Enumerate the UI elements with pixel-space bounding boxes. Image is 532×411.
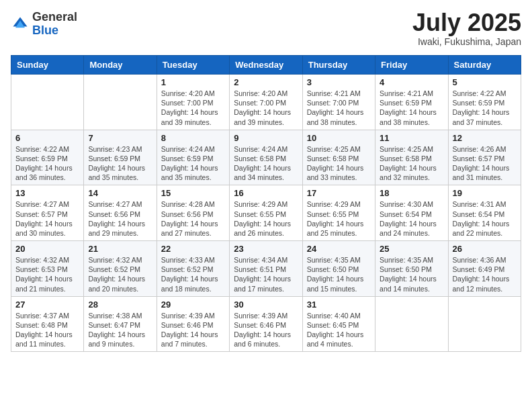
cell-info: Sunrise: 4:25 AMSunset: 6:58 PMDaylight:…: [380, 144, 443, 183]
cell-info: Sunrise: 4:23 AMSunset: 6:59 PMDaylight:…: [88, 144, 152, 183]
calendar-cell: 29Sunrise: 4:39 AMSunset: 6:46 PMDayligh…: [157, 296, 229, 352]
calendar-cell: 12Sunrise: 4:26 AMSunset: 6:57 PMDayligh…: [448, 130, 521, 185]
day-number: 8: [161, 133, 225, 143]
month-title: July 2025: [412, 11, 521, 35]
calendar-cell: [375, 296, 448, 352]
page-header: General Blue July 2025 Iwaki, Fukushima,…: [11, 11, 521, 47]
day-number: 28: [88, 300, 152, 310]
cell-info: Sunrise: 4:22 AMSunset: 6:59 PMDaylight:…: [453, 89, 517, 127]
calendar-cell: 20Sunrise: 4:32 AMSunset: 6:53 PMDayligh…: [11, 241, 84, 297]
day-number: 6: [15, 133, 79, 143]
day-number: 13: [15, 188, 79, 198]
calendar-cell: 21Sunrise: 4:32 AMSunset: 6:52 PMDayligh…: [84, 241, 157, 297]
day-number: 21: [88, 244, 152, 254]
day-number: 19: [453, 188, 517, 198]
calendar-week-4: 20Sunrise: 4:32 AMSunset: 6:53 PMDayligh…: [11, 241, 521, 297]
day-number: 23: [234, 244, 298, 254]
day-number: 12: [453, 133, 517, 143]
calendar-cell: 11Sunrise: 4:25 AMSunset: 6:58 PMDayligh…: [375, 130, 448, 185]
cell-info: Sunrise: 4:26 AMSunset: 6:57 PMDaylight:…: [453, 144, 517, 183]
cell-info: Sunrise: 4:20 AMSunset: 7:00 PMDaylight:…: [161, 89, 225, 127]
calendar-cell: 23Sunrise: 4:34 AMSunset: 6:51 PMDayligh…: [230, 241, 302, 297]
calendar-cell: 9Sunrise: 4:24 AMSunset: 6:58 PMDaylight…: [230, 130, 302, 185]
day-number: 18: [380, 188, 443, 198]
weekday-header-saturday: Saturday: [448, 56, 521, 75]
weekday-header-wednesday: Wednesday: [230, 56, 302, 75]
cell-info: Sunrise: 4:22 AMSunset: 6:59 PMDaylight:…: [15, 144, 79, 183]
calendar-cell: 17Sunrise: 4:29 AMSunset: 6:55 PMDayligh…: [302, 185, 375, 241]
cell-info: Sunrise: 4:24 AMSunset: 6:58 PMDaylight:…: [234, 144, 298, 183]
calendar-cell: 22Sunrise: 4:33 AMSunset: 6:52 PMDayligh…: [157, 241, 229, 297]
calendar-week-2: 6Sunrise: 4:22 AMSunset: 6:59 PMDaylight…: [11, 130, 521, 185]
day-number: 17: [307, 188, 371, 198]
calendar-cell: 25Sunrise: 4:35 AMSunset: 6:50 PMDayligh…: [375, 241, 448, 297]
calendar-cell: 8Sunrise: 4:24 AMSunset: 6:59 PMDaylight…: [157, 130, 229, 185]
calendar-cell: 24Sunrise: 4:35 AMSunset: 6:50 PMDayligh…: [302, 241, 375, 297]
calendar-cell: 6Sunrise: 4:22 AMSunset: 6:59 PMDaylight…: [11, 130, 84, 185]
calendar-cell: 19Sunrise: 4:31 AMSunset: 6:54 PMDayligh…: [448, 185, 521, 241]
calendar-cell: 3Sunrise: 4:21 AMSunset: 7:00 PMDaylight…: [302, 75, 375, 130]
weekday-header-friday: Friday: [375, 56, 448, 75]
cell-info: Sunrise: 4:21 AMSunset: 7:00 PMDaylight:…: [307, 89, 371, 127]
calendar-cell: 10Sunrise: 4:25 AMSunset: 6:58 PMDayligh…: [302, 130, 375, 185]
cell-info: Sunrise: 4:25 AMSunset: 6:58 PMDaylight:…: [307, 144, 371, 183]
calendar-cell: 14Sunrise: 4:27 AMSunset: 6:56 PMDayligh…: [84, 185, 157, 241]
cell-info: Sunrise: 4:30 AMSunset: 6:54 PMDaylight:…: [380, 199, 443, 238]
calendar-cell: 28Sunrise: 4:38 AMSunset: 6:47 PMDayligh…: [84, 296, 157, 352]
day-number: 3: [307, 77, 371, 87]
day-number: 25: [380, 244, 443, 254]
day-number: 15: [161, 188, 225, 198]
title-area: July 2025 Iwaki, Fukushima, Japan: [412, 11, 521, 47]
day-number: 27: [15, 300, 79, 310]
day-number: 5: [453, 77, 517, 87]
day-number: 14: [88, 188, 152, 198]
day-number: 4: [380, 77, 443, 87]
cell-info: Sunrise: 4:24 AMSunset: 6:59 PMDaylight:…: [161, 144, 225, 183]
day-number: 29: [161, 300, 225, 310]
calendar-cell: 7Sunrise: 4:23 AMSunset: 6:59 PMDaylight…: [84, 130, 157, 185]
calendar-cell: 18Sunrise: 4:30 AMSunset: 6:54 PMDayligh…: [375, 185, 448, 241]
day-number: 31: [307, 300, 371, 310]
calendar-cell: [448, 296, 521, 352]
day-number: 16: [234, 188, 298, 198]
day-number: 20: [15, 244, 79, 254]
cell-info: Sunrise: 4:32 AMSunset: 6:53 PMDaylight:…: [15, 255, 79, 293]
calendar-week-1: 1Sunrise: 4:20 AMSunset: 7:00 PMDaylight…: [11, 75, 521, 130]
calendar-cell: 31Sunrise: 4:40 AMSunset: 6:45 PMDayligh…: [302, 296, 375, 352]
calendar-cell: 30Sunrise: 4:39 AMSunset: 6:46 PMDayligh…: [230, 296, 302, 352]
calendar-cell: 5Sunrise: 4:22 AMSunset: 6:59 PMDaylight…: [448, 75, 521, 130]
logo-text: General Blue: [32, 11, 77, 38]
cell-info: Sunrise: 4:36 AMSunset: 6:49 PMDaylight:…: [453, 255, 517, 293]
cell-info: Sunrise: 4:35 AMSunset: 6:50 PMDaylight:…: [380, 255, 443, 293]
cell-info: Sunrise: 4:29 AMSunset: 6:55 PMDaylight:…: [234, 199, 298, 238]
weekday-header-monday: Monday: [84, 56, 157, 75]
cell-info: Sunrise: 4:39 AMSunset: 6:46 PMDaylight:…: [234, 311, 298, 349]
weekday-header-sunday: Sunday: [11, 56, 84, 75]
cell-info: Sunrise: 4:27 AMSunset: 6:56 PMDaylight:…: [88, 199, 152, 238]
cell-info: Sunrise: 4:37 AMSunset: 6:48 PMDaylight:…: [15, 311, 79, 349]
generalblue-logo-icon: [11, 15, 30, 34]
calendar-week-5: 27Sunrise: 4:37 AMSunset: 6:48 PMDayligh…: [11, 296, 521, 352]
cell-info: Sunrise: 4:28 AMSunset: 6:56 PMDaylight:…: [161, 199, 225, 238]
weekday-header-row: SundayMondayTuesdayWednesdayThursdayFrid…: [11, 56, 521, 75]
weekday-header-tuesday: Tuesday: [157, 56, 229, 75]
cell-info: Sunrise: 4:34 AMSunset: 6:51 PMDaylight:…: [234, 255, 298, 293]
calendar-cell: [11, 75, 84, 130]
cell-info: Sunrise: 4:40 AMSunset: 6:45 PMDaylight:…: [307, 311, 371, 349]
day-number: 10: [307, 133, 371, 143]
cell-info: Sunrise: 4:35 AMSunset: 6:50 PMDaylight:…: [307, 255, 371, 293]
day-number: 11: [380, 133, 443, 143]
day-number: 30: [234, 300, 298, 310]
logo-general: General: [32, 11, 77, 24]
cell-info: Sunrise: 4:29 AMSunset: 6:55 PMDaylight:…: [307, 199, 371, 238]
calendar-cell: 27Sunrise: 4:37 AMSunset: 6:48 PMDayligh…: [11, 296, 84, 352]
cell-info: Sunrise: 4:27 AMSunset: 6:57 PMDaylight:…: [15, 199, 79, 238]
logo: General Blue: [11, 11, 77, 38]
cell-info: Sunrise: 4:38 AMSunset: 6:47 PMDaylight:…: [88, 311, 152, 349]
calendar-cell: 26Sunrise: 4:36 AMSunset: 6:49 PMDayligh…: [448, 241, 521, 297]
cell-info: Sunrise: 4:31 AMSunset: 6:54 PMDaylight:…: [453, 199, 517, 238]
calendar-cell: 4Sunrise: 4:21 AMSunset: 6:59 PMDaylight…: [375, 75, 448, 130]
day-number: 1: [161, 77, 225, 87]
day-number: 2: [234, 77, 298, 87]
cell-info: Sunrise: 4:20 AMSunset: 7:00 PMDaylight:…: [234, 89, 298, 127]
